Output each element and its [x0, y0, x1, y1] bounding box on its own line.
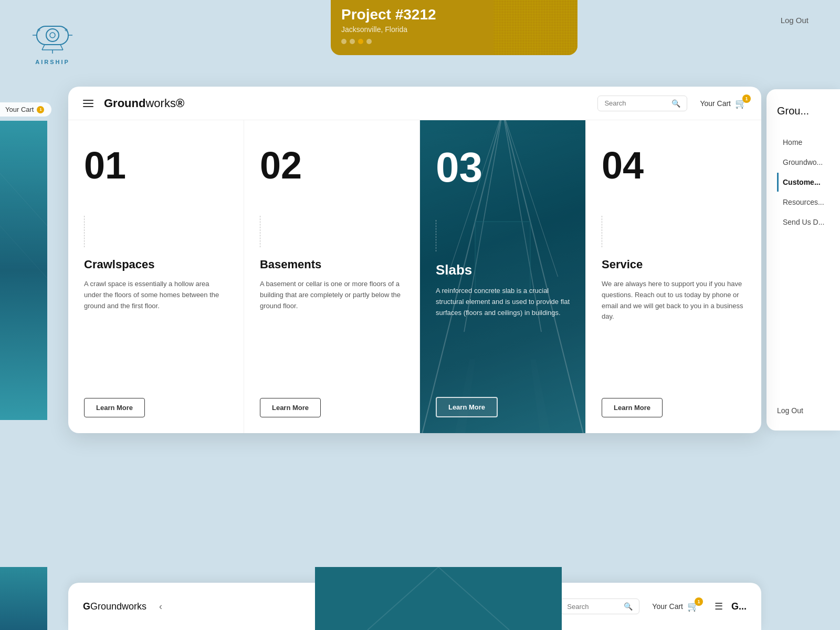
search-icon[interactable]: 🔍: [671, 99, 680, 108]
cart-label: Your Cart: [700, 99, 731, 108]
card-desc-2: A basement or cellar is one or more floo…: [260, 279, 404, 385]
svg-rect-23: [315, 567, 562, 630]
main-header: Groundworks® 🔍 Your Cart 🛒 1: [68, 87, 761, 120]
svg-line-3: [42, 45, 45, 50]
service-cards: 01 Crawlspaces A crawl space is essentia…: [68, 120, 761, 433]
learn-more-button-4[interactable]: Learn More: [602, 398, 663, 417]
left-cart-label: Your Cart: [5, 106, 34, 113]
airship-logo-text: AIRSHIP: [35, 59, 70, 65]
sidebar-item-groundworks[interactable]: Groundwo...: [777, 153, 830, 172]
bottom-cart-badge: 1: [695, 597, 703, 606]
project-dots: [341, 39, 567, 44]
dot-1[interactable]: [341, 39, 346, 44]
search-input[interactable]: [604, 99, 667, 107]
sidebar-item-send[interactable]: Send Us D...: [777, 213, 830, 232]
card-desc-3: A reinforced concrete slab is a crucial …: [436, 286, 570, 384]
sidebar-logout-button[interactable]: Log Out: [777, 406, 803, 415]
service-card-4: 04 Service We are always here to support…: [586, 120, 761, 433]
card-desc-4: We are always here to support you if you…: [602, 279, 746, 385]
top-logout-button[interactable]: Log Out: [781, 16, 808, 25]
bottom-center-image: [315, 567, 562, 630]
bottom-cart-label: Your Cart: [652, 602, 683, 611]
sidebar-item-customers[interactable]: Custome...: [777, 173, 830, 192]
airship-logo: AIRSHIP: [32, 16, 74, 65]
card-desc-1: A crawl space is essentially a hollow ar…: [84, 279, 228, 385]
main-card: Groundworks® 🔍 Your Cart 🛒 1 01 Crawlspa…: [68, 87, 761, 433]
top-project-card: Project #3212 Jacksonville, Florida: [331, 0, 578, 55]
project-title: Project #3212: [341, 6, 567, 23]
bottom-search-box[interactable]: 🔍: [560, 598, 639, 614]
svg-line-4: [60, 45, 63, 50]
bottom-search-input[interactable]: [567, 603, 620, 611]
bottom-hamburger[interactable]: ☰: [715, 601, 723, 612]
card-number-3: 03: [436, 146, 570, 188]
bottom-search-icon[interactable]: 🔍: [624, 602, 633, 611]
sidebar-item-home[interactable]: Home: [777, 133, 830, 152]
card-number-2: 02: [260, 146, 404, 184]
left-cart-count: 1: [37, 106, 44, 113]
sidebar-item-resources[interactable]: Resources...: [777, 193, 830, 212]
left-cart-badge: Your Cart 1: [0, 102, 51, 117]
learn-more-button-3[interactable]: Learn More: [436, 397, 498, 417]
service-card-3: 03 Slabs A reinforced concrete slab is a…: [420, 120, 586, 433]
main-logo: Groundworks®: [104, 97, 597, 110]
bottom-left-image: [0, 567, 47, 630]
card-content-3: 03 Slabs A reinforced concrete slab is a…: [420, 120, 585, 433]
cart-button[interactable]: Your Cart 🛒 1: [700, 98, 747, 109]
bottom-cart-button[interactable]: Your Cart 🛒 1: [652, 601, 699, 612]
card-number-4: 04: [602, 146, 746, 184]
card-title-2: Basements: [260, 258, 404, 271]
card-number-1: 01: [84, 146, 228, 184]
dot-4[interactable]: [366, 39, 372, 44]
sidebar-logo: Grou...: [777, 105, 830, 117]
dot-3[interactable]: [358, 39, 363, 44]
dot-2[interactable]: [350, 39, 355, 44]
card-title-1: Crawlspaces: [84, 258, 228, 271]
service-card-1: 01 Crawlspaces A crawl space is essentia…: [68, 120, 244, 433]
content-area: 01 Crawlspaces A crawl space is essentia…: [68, 120, 761, 433]
card-title-4: Service: [602, 258, 746, 271]
card-divider-1: [84, 216, 85, 247]
learn-more-button-2[interactable]: Learn More: [260, 398, 321, 417]
bottom-logo: GGroundworks: [83, 601, 146, 612]
service-card-2: 02 Basements A basement or cellar is one…: [244, 120, 420, 433]
card-divider-3: [436, 220, 436, 251]
bottom-logo2: G...: [731, 601, 747, 612]
project-location: Jacksonville, Florida: [341, 25, 567, 34]
search-box[interactable]: 🔍: [597, 96, 687, 111]
right-sidebar: Grou... Home Groundwo... Custome... Reso…: [766, 89, 840, 430]
svg-point-1: [46, 29, 59, 41]
hamburger-menu[interactable]: [83, 100, 93, 107]
svg-point-2: [50, 33, 55, 38]
card-divider-2: [260, 216, 260, 247]
left-image-strip: [0, 121, 47, 420]
cart-badge: 1: [742, 94, 751, 103]
back-chevron[interactable]: ‹: [159, 601, 162, 612]
card-title-3: Slabs: [436, 262, 570, 278]
card-divider-4: [602, 216, 602, 247]
learn-more-button-1[interactable]: Learn More: [84, 398, 145, 417]
